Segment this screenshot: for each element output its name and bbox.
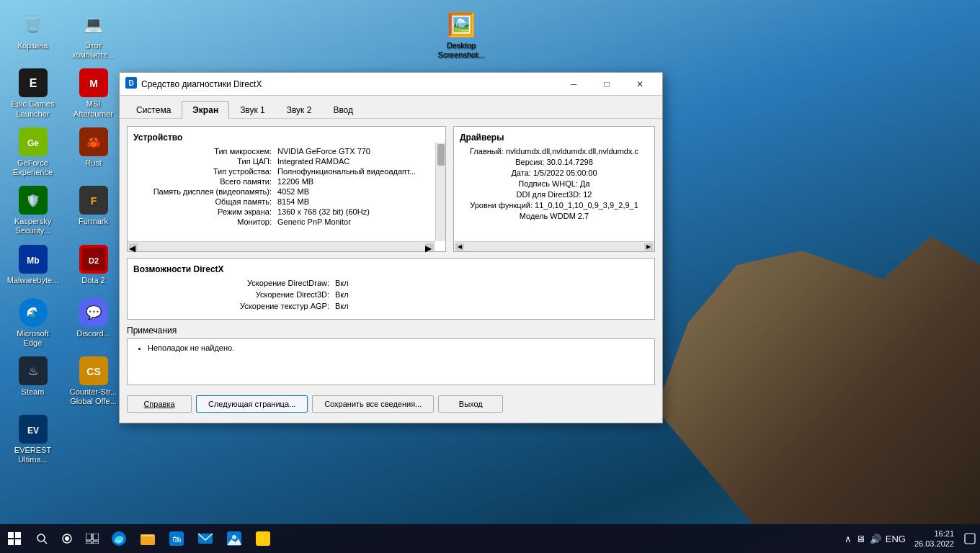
desktop-icon-msi[interactable]: M MSI Afterburner — [66, 66, 120, 121]
desktop-icon-geforce[interactable]: Ge GeForce Experience — [6, 125, 60, 180]
tab-sound1[interactable]: Звук 1 — [229, 101, 276, 119]
desktop-icon-rust[interactable]: 🦀 Rust — [66, 125, 120, 180]
tray-network-icon[interactable]: 🖥 — [856, 534, 865, 544]
desktop-screenshot-icon[interactable]: 🖼️ Desktop Screenshot... — [432, 7, 490, 63]
screenshot-icon: 🖼️ — [447, 10, 476, 39]
recycle-bin-label: Корзина — [18, 41, 48, 50]
device-info-table: Тип микросхем: NVIDIA GeForce GTX 770 Ти… — [133, 147, 440, 226]
table-row: Тип микросхем: NVIDIA GeForce GTX 770 — [133, 147, 440, 156]
svg-text:EV: EV — [27, 426, 38, 436]
svg-text:🛍: 🛍 — [172, 534, 181, 544]
svg-rect-37 — [93, 534, 99, 540]
cortana-button[interactable] — [54, 524, 79, 553]
close-button[interactable]: ✕ — [623, 73, 656, 95]
info-label: Тип ЦАП: — [133, 157, 277, 166]
svg-rect-29 — [15, 532, 21, 538]
svg-rect-53 — [965, 534, 975, 544]
taskbar-date: 26.03.2022 — [914, 539, 954, 549]
minimize-button[interactable]: ─ — [557, 73, 590, 95]
tab-sound2[interactable]: Звук 2 — [276, 101, 323, 119]
driver-label-ver: Версия: — [515, 158, 546, 166]
table-row: Тип устройства: Полнофункциональный виде… — [133, 167, 440, 176]
cap-row-agp: Ускорение текстур AGP: Вкл — [133, 302, 649, 310]
scrollbar-thumb[interactable] — [437, 144, 445, 166]
drivers-section-title: Драйверы — [460, 132, 649, 143]
taskbar-photos-icon[interactable] — [220, 524, 249, 553]
driver-label-fl: Уровни функций: — [470, 201, 535, 210]
geforce-label: GeForce Experience — [9, 158, 57, 177]
desktop-icon-discord[interactable]: 💬 Discord... — [66, 295, 120, 351]
dialog-titlebar: D Средство диагностики DirectX ─ □ ✕ — [120, 73, 662, 96]
tab-screen[interactable]: Экран — [182, 101, 229, 119]
edge-label: Microsoft Edge — [9, 329, 57, 348]
info-value: 4052 MB — [277, 187, 440, 196]
notes-section: Примечания Неполадок не найдено. — [127, 325, 655, 385]
malwarebytes-icon: Mb — [19, 245, 48, 274]
desktop-icon-my-computer[interactable]: 💻 Этот компьюте... — [66, 7, 120, 63]
info-label: Память дисплея (видеопамять): — [133, 187, 277, 196]
drivers-h-scroll-right[interactable]: ▶ — [644, 243, 653, 251]
cap-label-dd: Ускорение DirectDraw: — [133, 279, 335, 287]
driver-row-whql: Подпись WHQL: Да — [460, 179, 649, 188]
svg-point-35 — [65, 536, 69, 541]
table-row: Память дисплея (видеопамять): 4052 MB — [133, 187, 440, 196]
save-button-label: Сохранить все сведения... — [324, 400, 422, 408]
cap-label-agp: Ускорение текстур AGP: — [133, 302, 335, 310]
tab-input[interactable]: Ввод — [322, 101, 364, 119]
desktop-icon-csgo[interactable]: CS Counter-Str... Global Offe... — [66, 354, 120, 409]
vertical-scrollbar[interactable] — [435, 143, 445, 241]
desktop-icon-everest[interactable]: EV EVEREST Ultima... — [6, 412, 60, 467]
info-value: 8154 MB — [277, 197, 440, 206]
drivers-h-scrollbar[interactable]: ◀ ▶ — [454, 241, 654, 251]
taskbar-search-button[interactable] — [29, 524, 54, 553]
tray-volume-icon[interactable]: 🔊 — [870, 534, 881, 544]
table-row: Монитор: Generic PnP Monitor — [133, 217, 440, 226]
device-scroll-area[interactable]: Тип микросхем: NVIDIA GeForce GTX 770 Ти… — [133, 147, 440, 228]
drivers-h-scroll-left[interactable]: ◀ — [455, 243, 464, 251]
notes-box: Неполадок не найдено. — [127, 338, 655, 385]
taskbar-time-display[interactable]: 16:21 26.03.2022 — [914, 529, 954, 549]
info-value: Полнофункциональный видеоадапт... — [277, 167, 440, 176]
taskbar-pinned-apps: 🛍 ⚡ — [104, 524, 277, 553]
desktop-icon-steam[interactable]: ♨ Steam — [6, 354, 60, 409]
tray-lang-label[interactable]: ENG — [886, 534, 906, 544]
dota2-icon: D2 — [79, 245, 108, 274]
desktop-icon-recycle-bin[interactable]: 🗑️ Корзина — [6, 7, 60, 63]
help-button[interactable]: Справка — [127, 395, 192, 413]
desktop-icon-edge[interactable]: 🌊 Microsoft Edge — [6, 295, 60, 351]
save-all-button[interactable]: Сохранить все сведения... — [312, 395, 434, 413]
taskbar-edge-icon[interactable] — [104, 524, 133, 553]
horizontal-scrollbar[interactable]: ◀ ▶ — [128, 241, 435, 251]
next-page-button[interactable]: Следующая страница... — [196, 395, 308, 413]
desktop-icon-kaspersky[interactable]: 🛡️ Kaspersky Security... — [6, 183, 60, 238]
notes-title: Примечания — [127, 325, 655, 336]
dialog-content: Устройство Тип микросхем: NVIDIA GeForce… — [120, 119, 662, 423]
taskbar-store-icon[interactable]: 🛍 — [162, 524, 191, 553]
taskbar-explorer-icon[interactable] — [133, 524, 162, 553]
start-button[interactable] — [0, 524, 29, 553]
driver-row-version: Версия: 30.0.14.7298 — [460, 158, 649, 166]
svg-text:⚡: ⚡ — [257, 533, 270, 545]
svg-text:Mb: Mb — [27, 256, 39, 266]
info-value: Integrated RAMDAC — [277, 157, 440, 166]
tab-system[interactable]: Система — [125, 101, 182, 119]
svg-rect-31 — [15, 539, 21, 545]
notes-item: Неполадок не найдено. — [148, 343, 649, 352]
desktop-icon-dota2[interactable]: D2 Dota 2 — [66, 242, 120, 292]
svg-rect-36 — [86, 534, 92, 540]
info-label: Тип микросхем: — [133, 147, 277, 156]
taskbar-pinned-icon[interactable]: ⚡ — [249, 524, 277, 553]
tray-arrow-icon[interactable]: ∧ — [845, 534, 852, 544]
task-view-button[interactable] — [79, 524, 104, 553]
notification-button[interactable] — [960, 524, 980, 553]
svg-rect-30 — [8, 539, 14, 545]
taskbar-mail-icon[interactable] — [191, 524, 220, 553]
maximize-button[interactable]: □ — [590, 73, 623, 95]
desktop-icon-epic[interactable]: E Epic Games Launcher — [6, 66, 60, 121]
desktop-icon-malwarebytes[interactable]: Mb Malwarebyte... — [6, 242, 60, 292]
taskbar-clock[interactable]: 16:21 26.03.2022 — [909, 524, 960, 553]
desktop-icon-furmark[interactable]: F Furmark — [66, 183, 120, 238]
h-scroll-left[interactable]: ◀ — [129, 243, 138, 251]
h-scroll-right[interactable]: ▶ — [425, 243, 434, 251]
exit-button[interactable]: Выход — [438, 395, 503, 413]
